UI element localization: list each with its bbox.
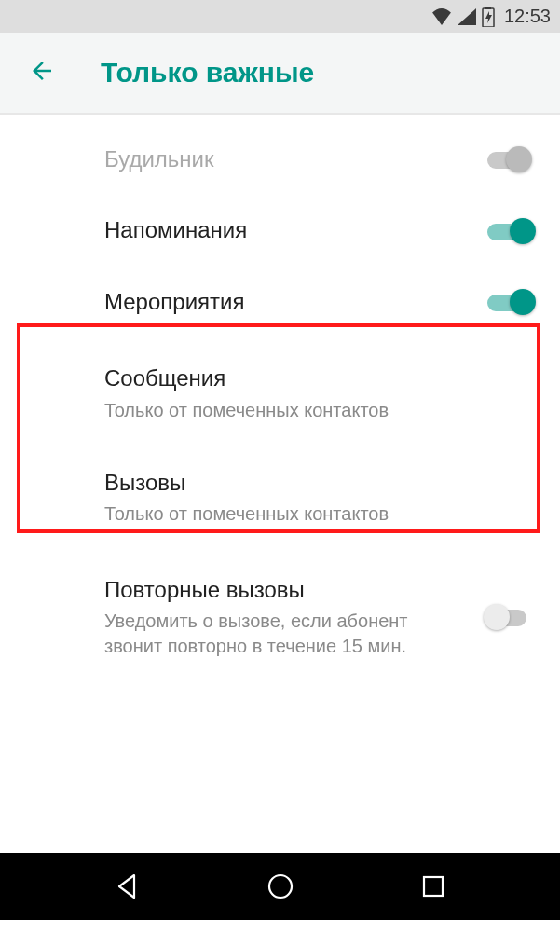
cell-signal-icon bbox=[458, 8, 476, 25]
switch-events[interactable] bbox=[485, 288, 534, 316]
nav-home-icon[interactable] bbox=[266, 871, 295, 901]
battery-icon bbox=[482, 7, 495, 27]
setting-repeat-callers[interactable]: Повторные вызовы Уведомить о вызове, есл… bbox=[0, 553, 560, 679]
android-nav-bar bbox=[0, 853, 560, 920]
svg-point-2 bbox=[269, 875, 292, 898]
status-bar: 12:53 bbox=[0, 0, 560, 33]
switch-reminders[interactable] bbox=[485, 217, 534, 245]
setting-repeat-subtitle: Уведомить о вызове, если абонент звонит … bbox=[104, 609, 467, 659]
svg-rect-1 bbox=[485, 7, 491, 9]
setting-alarm: Будильник bbox=[0, 124, 560, 195]
switch-alarm bbox=[485, 145, 534, 173]
setting-calls-title: Вызовы bbox=[104, 468, 534, 498]
setting-events[interactable]: Мероприятия bbox=[0, 267, 560, 337]
setting-messages-subtitle: Только от помеченных контактов bbox=[104, 398, 534, 423]
svg-rect-3 bbox=[424, 877, 443, 896]
setting-calls[interactable]: Вызовы Только от помеченных контактов bbox=[0, 446, 560, 553]
switch-repeat-callers[interactable] bbox=[485, 603, 534, 631]
setting-alarm-title: Будильник bbox=[104, 144, 485, 174]
back-arrow-icon[interactable] bbox=[28, 57, 56, 89]
app-bar: Только важные bbox=[0, 33, 560, 115]
nav-recent-icon[interactable] bbox=[420, 873, 446, 899]
setting-reminders[interactable]: Напоминания bbox=[0, 195, 560, 266]
wifi-icon bbox=[431, 8, 452, 25]
setting-messages[interactable]: Сообщения Только от помеченных контактов bbox=[0, 337, 560, 445]
page-title: Только важные bbox=[101, 57, 314, 89]
setting-events-title: Мероприятия bbox=[104, 287, 485, 317]
setting-repeat-title: Повторные вызовы bbox=[104, 575, 467, 605]
nav-back-icon[interactable] bbox=[114, 872, 142, 900]
settings-list: Будильник Напоминания Мероприятия Сообще… bbox=[0, 115, 560, 679]
setting-calls-subtitle: Только от помеченных контактов bbox=[104, 501, 534, 527]
status-time: 12:53 bbox=[504, 6, 551, 27]
setting-reminders-title: Напоминания bbox=[104, 215, 485, 245]
setting-messages-title: Сообщения bbox=[104, 364, 534, 393]
